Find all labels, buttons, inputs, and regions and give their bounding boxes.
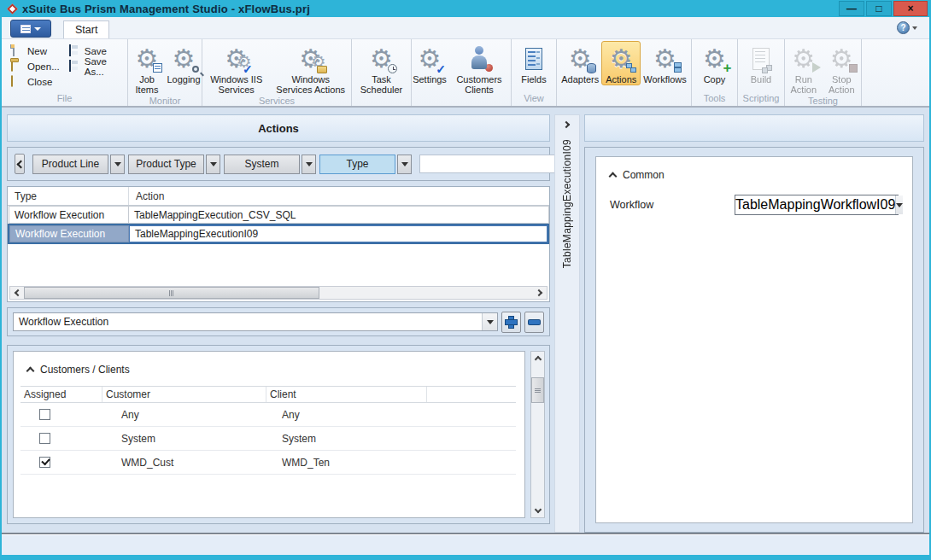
scrollbar-thumb[interactable] xyxy=(24,287,319,299)
ribbon-group-caption: Monitor xyxy=(128,96,202,108)
close-button[interactable]: Close xyxy=(9,75,62,89)
customers-table-header: Assigned Customer Client xyxy=(20,386,516,403)
collapse-filters-button[interactable] xyxy=(15,154,25,174)
add-action-button[interactable] xyxy=(501,312,521,333)
filter-system-dropdown[interactable] xyxy=(302,155,316,174)
scrollbar-track[interactable] xyxy=(531,365,544,504)
ribbon-button-customers-clients[interactable]: Customers Clients xyxy=(448,41,511,96)
minimize-button[interactable]: — xyxy=(839,1,864,16)
check-icon: ✓ xyxy=(436,62,446,76)
gears-folder-icon: ⚙⚙ xyxy=(294,44,328,74)
ribbon-button-actions[interactable]: ⚙Actions xyxy=(601,41,641,85)
combo-dropdown-button[interactable] xyxy=(482,313,497,330)
side-tab-tablemappingexecutioni09[interactable]: TableMappingExecutionI09 xyxy=(561,139,573,268)
table-row[interactable]: Workflow ExecutionTableMappingExecution_… xyxy=(8,206,549,224)
ribbon-group-caption: View xyxy=(512,93,556,106)
open-button[interactable]: Open... xyxy=(9,60,62,73)
action-cell[interactable]: TableMappingExecution_CSV_SQL xyxy=(129,206,549,224)
scrollbar-thumb[interactable] xyxy=(531,377,544,403)
action-type-combobox[interactable]: Workflow Execution xyxy=(13,312,498,331)
assigned-checkbox[interactable] xyxy=(39,409,50,420)
button-label: Customers Clients xyxy=(450,74,508,95)
assigned-checkbox[interactable] xyxy=(39,433,50,444)
scroll-down-button[interactable] xyxy=(531,504,544,517)
chevron-up-icon xyxy=(534,356,541,363)
ribbon-group-3: ⚙Task Scheduler xyxy=(352,39,412,106)
application-menu-button[interactable] xyxy=(10,20,51,38)
scroll-up-button[interactable] xyxy=(531,352,544,365)
plus-icon: + xyxy=(723,60,732,77)
chevron-right-icon xyxy=(536,289,542,296)
horizontal-scrollbar[interactable] xyxy=(9,286,547,300)
customers-clients-section-header[interactable]: Customers / Clients xyxy=(14,352,524,376)
scroll-right-button[interactable] xyxy=(533,287,547,299)
vertical-scrollbar[interactable] xyxy=(530,351,545,518)
filter-type-dropdown[interactable] xyxy=(397,155,412,174)
column-header-customer[interactable]: Customer xyxy=(102,387,266,402)
common-section-title: Common xyxy=(623,169,665,181)
customer-row[interactable]: WMD_CustWMD_Ten xyxy=(20,451,516,475)
filter-product-type-button[interactable]: Product Type xyxy=(128,155,204,174)
button-label: Copy xyxy=(704,74,726,85)
ribbon-group-6: ⚙Adapters⚙Actions⚙Workflows xyxy=(557,39,692,106)
ribbon-button-job-items[interactable]: ⚙Job Items xyxy=(128,41,166,96)
filter-search-input[interactable] xyxy=(419,155,562,173)
ribbon-button-task-scheduler[interactable]: ⚙Task Scheduler xyxy=(352,41,411,96)
maximize-button[interactable]: □ xyxy=(866,1,892,16)
app-window: xSuite Bus Prism Management Studio - xFl… xyxy=(0,0,931,560)
new-button[interactable]: New xyxy=(9,44,62,58)
ribbon-button-logging[interactable]: ⚙Logging xyxy=(166,41,202,85)
remove-action-button[interactable] xyxy=(524,312,544,333)
gear-stop-icon: ⚙ xyxy=(824,44,858,74)
ribbon-button-workflows[interactable]: ⚙Workflows xyxy=(641,41,689,85)
filter-product-type-dropdown[interactable] xyxy=(206,155,220,174)
person-icon xyxy=(462,44,496,74)
filter-type-button[interactable]: Type xyxy=(319,155,395,174)
properties-panel: Common Workflow TableMappingWorkflowI09 xyxy=(584,114,924,533)
workflow-combobox[interactable]: TableMappingWorkflowI09 xyxy=(735,195,899,215)
ribbon-button-adapters[interactable]: ⚙Adapters xyxy=(559,41,601,85)
scrollbar-track[interactable] xyxy=(24,287,533,299)
common-section-header[interactable]: Common xyxy=(596,157,912,181)
ribbon-button-copy[interactable]: ⚙+Copy xyxy=(695,41,735,85)
button-label: Workflows xyxy=(643,74,687,85)
tab-start[interactable]: Start xyxy=(63,20,109,38)
ribbon-button-windows-services-actions[interactable]: ⚙⚙Windows Services Actions xyxy=(270,41,351,96)
chevron-down-icon xyxy=(306,162,313,166)
help-button[interactable]: ? xyxy=(897,21,917,34)
column-header-action[interactable]: Action xyxy=(129,190,549,202)
button-label: Task Scheduler xyxy=(354,74,408,95)
table-row-selected[interactable]: Workflow ExecutionTableMappingExecutionI… xyxy=(8,224,549,244)
type-cell[interactable]: Workflow Execution xyxy=(9,225,129,242)
stop-icon xyxy=(849,64,858,73)
folder-icon xyxy=(317,66,327,73)
ribbon-button-fields[interactable]: Fields xyxy=(514,41,553,85)
column-header-assigned[interactable]: Assigned xyxy=(20,387,102,402)
customer-row[interactable]: SystemSystem xyxy=(20,427,516,451)
ribbon-button-windows-iis-services[interactable]: ⚙⚙✓Windows IIS Services xyxy=(202,41,270,96)
filter-product-line-dropdown[interactable] xyxy=(110,155,125,174)
chevron-left-icon xyxy=(17,160,26,168)
close-button[interactable]: × xyxy=(893,1,928,16)
combo-dropdown-button[interactable] xyxy=(895,195,903,214)
assigned-cell xyxy=(20,457,102,468)
assigned-checkbox[interactable] xyxy=(39,457,50,468)
save-as-button[interactable]: Save As... xyxy=(66,60,122,73)
ribbon-button-settings[interactable]: ⚙✓Settings xyxy=(412,41,448,85)
action-type-combo-row: Workflow Execution xyxy=(7,307,550,336)
action-cell[interactable]: TableMappingExecutionI09 xyxy=(129,225,547,242)
check-icon: ✓ xyxy=(243,62,253,76)
button-label: Actions xyxy=(606,74,636,85)
expand-panel-button[interactable] xyxy=(563,121,570,128)
column-header-client[interactable]: Client xyxy=(266,387,427,402)
customer-row[interactable]: AnyAny xyxy=(20,403,516,427)
scroll-left-button[interactable] xyxy=(10,287,24,299)
gear-search-icon: ⚙ xyxy=(167,44,201,74)
column-header-type[interactable]: Type xyxy=(8,187,129,205)
ribbon-button-build: Build xyxy=(741,41,781,85)
filter-system-button[interactable]: System xyxy=(224,155,300,174)
type-cell[interactable]: Workflow Execution xyxy=(9,206,129,224)
side-tab-strip: TableMappingExecutionI09 xyxy=(554,114,580,533)
filter-product-line-button[interactable]: Product Line xyxy=(32,155,108,174)
database-icon xyxy=(587,63,596,73)
